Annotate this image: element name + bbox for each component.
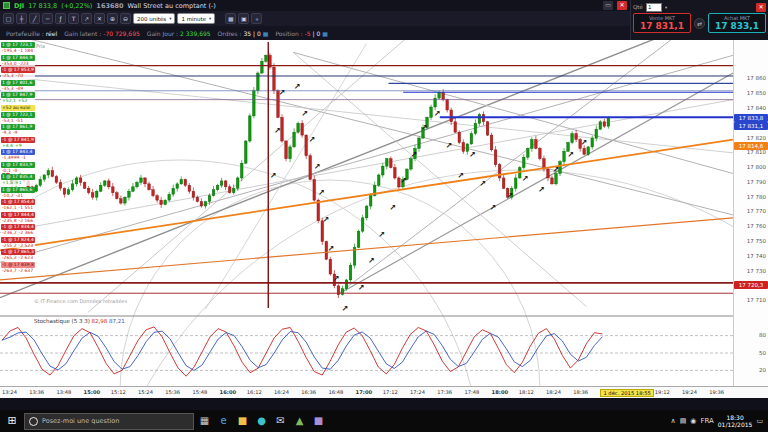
quantity-input[interactable] [646, 3, 662, 12]
svg-text:↗: ↗ [479, 179, 486, 188]
time-axis-label: 18:24 [546, 389, 561, 395]
svg-text:↗: ↗ [446, 141, 453, 150]
time-axis-label: 18:00 [492, 389, 509, 395]
order-row[interactable]: -1 @ 17 853,9-25,3-70 [1, 67, 35, 79]
timeframe-dropdown[interactable]: 1 minute ▾ [177, 13, 215, 24]
volume-icon[interactable]: ◉ [690, 417, 696, 425]
search-placeholder: Posez-moi une question [42, 417, 119, 425]
zoom-in-icon[interactable]: ⊕ [107, 13, 118, 24]
buy-market-button[interactable]: Achat MKT 17 833,1 [708, 13, 766, 33]
minimize-icon[interactable]: ▭ [603, 1, 613, 10]
order-row[interactable]: 1 @ 17 844,9-353,0-223 [1, 55, 35, 67]
price-chart[interactable]: ↗↗↗↗↗↗↗↗↗↗↗↗↗↗↗↗↗↗↗↗↗↗↗↗↗↗↗↗↗↗↗ [0, 40, 733, 386]
svg-text:↗: ↗ [274, 126, 281, 135]
position-list-icon[interactable]: ▦ [322, 30, 328, 37]
eraser-icon[interactable]: ✕ [94, 13, 105, 24]
order-row[interactable]: 1 @ 17 723,1-195,4-1 184 [1, 42, 35, 54]
order-row[interactable]: 1 @ 17 835,4+1,5+1 [1, 174, 35, 186]
swap-icon[interactable]: ⇄ [694, 18, 705, 29]
day-pnl-value: 2 339,695 [180, 30, 211, 37]
time-axis-label: 18:12 [519, 389, 534, 395]
photos-icon[interactable]: ▲ [291, 412, 308, 430]
start-button[interactable]: ⊞ [2, 411, 22, 431]
app-icon[interactable]: ■ [310, 412, 327, 430]
camera-icon[interactable]: ▣ [238, 13, 249, 24]
orders-column: 1 @ 17 723,1-195,4-1 1841 @ 17 844,9-353… [1, 42, 35, 274]
language-indicator[interactable]: FRA [700, 417, 713, 425]
time-axis-label: 17:12 [383, 389, 398, 395]
order-row[interactable]: -1 @ 17 865,3-265,2-2 623 [1, 249, 35, 261]
mail-icon[interactable]: ✉ [272, 412, 289, 430]
order-row[interactable]: -1 @ 17 854,4-162,1-1 551 [1, 199, 35, 211]
edge-icon[interactable]: e [215, 412, 232, 430]
clock-date: 01/12/2015 [718, 421, 753, 428]
text-tool-icon[interactable]: T [68, 13, 79, 24]
svg-text:↗: ↗ [358, 283, 365, 292]
order-row[interactable]: 1 @ 17 833,9-0,1-0 [1, 162, 35, 174]
battery-icon[interactable]: ▤ [680, 417, 687, 425]
order-row[interactable]: 1 @ 17 722,1-53,1-51 [1, 112, 35, 124]
cortana-search[interactable]: Posez-moi une question [24, 413, 194, 430]
order-row[interactable]: -1 @ 17 839,8-263,7-2 637 [1, 262, 35, 274]
order-row[interactable]: 1 @ 17 865,6-10,2-31 [1, 187, 35, 199]
svg-text:↗: ↗ [333, 274, 340, 283]
svg-text:↗: ↗ [342, 304, 349, 313]
sell-price: 17 831,1 [634, 21, 690, 31]
price-badge: 17 720,3 [734, 281, 768, 289]
clock-time: 18:30 [718, 414, 753, 421]
new-chart-icon[interactable]: ＋ [251, 13, 262, 24]
layout-icon[interactable]: ▦ [225, 13, 236, 24]
stochastic-d-value: 87,21 [109, 318, 125, 324]
zoom-out-icon[interactable]: ⊖ [120, 13, 131, 24]
tray-expand-icon[interactable]: ∧ [671, 417, 676, 425]
close-icon[interactable]: ✕ [617, 1, 627, 10]
time-axis-label: 13:48 [56, 389, 71, 395]
horizontal-line-icon[interactable]: ─ [42, 13, 53, 24]
notification-icon[interactable]: ▭ [756, 417, 763, 425]
osc-axis-label: 50 [759, 350, 766, 357]
stochastic-name: Stochastique (5 3 3) [34, 318, 90, 324]
time-axis-label: 17:48 [464, 389, 479, 395]
order-row[interactable]: -1 @ 17 841,9+4,4+9 [1, 137, 35, 149]
units-dropdown[interactable]: 200 unités ▾ [133, 13, 175, 24]
time-axis-label: 19:24 [682, 389, 697, 395]
trendline-icon[interactable]: ╱ [29, 13, 40, 24]
crosshair-icon[interactable]: ┼ [16, 13, 27, 24]
order-row[interactable]: 1 @ 17 861,9-9,3-9 [1, 124, 35, 136]
close-ticket-icon[interactable]: ✕ [756, 3, 766, 12]
order-row[interactable]: -1 @ 17 824,4-255,2-2 523 [1, 237, 35, 249]
order-row[interactable]: +52 au suivi [1, 105, 35, 111]
svg-text:↗: ↗ [490, 203, 497, 212]
order-row[interactable]: 1 @ 17 801,6-35,3-49 [1, 80, 35, 92]
order-row[interactable]: -1 @ 17 844,4-235,8-2 166 [1, 212, 35, 224]
svg-text:↗: ↗ [328, 244, 335, 253]
day-pnl-label: Gain Jour : [147, 30, 178, 37]
svg-text:↗: ↗ [410, 150, 417, 159]
time-axis[interactable]: 13:2413:3613:4815:0015:1215:2415:3615:48… [0, 386, 768, 398]
desktop: DJI 17 833,8 (+0,22%) 163680 Wall Street… [0, 0, 768, 432]
order-row[interactable]: -1 @ 17 834,4-236,2-2 366 [1, 224, 35, 236]
time-axis-label: 15:12 [111, 389, 126, 395]
store-icon[interactable]: ● [253, 412, 270, 430]
arrow-tool-icon[interactable]: ↗ [81, 13, 92, 24]
order-row[interactable]: 1 @ 17 843,4-1,4999-1 [1, 149, 35, 161]
order-row[interactable]: 1 @ 17 847,9+52,1+52 [1, 92, 35, 104]
position-value: -5 [305, 30, 311, 37]
task-view-icon[interactable]: ▦ [196, 412, 213, 430]
pointer-icon[interactable]: ▢ [3, 13, 14, 24]
svg-text:↗: ↗ [538, 185, 545, 194]
svg-text:↗: ↗ [434, 109, 441, 118]
chevron-down-icon: ▾ [169, 16, 171, 21]
cortana-icon [29, 417, 38, 426]
price-axis-label: 17 800 [747, 164, 766, 171]
orders-list-icon[interactable]: ▦ [263, 30, 269, 37]
chevron-down-icon[interactable]: ▾ [665, 5, 667, 10]
sell-market-button[interactable]: Vente MKT 17 831,1 [633, 13, 691, 33]
time-axis-label: 13:36 [29, 389, 44, 395]
price-axis[interactable]: 17 86017 85017 84017 83017 82017 81017 8… [733, 40, 768, 386]
clock[interactable]: 18:30 01/12/2015 [718, 414, 753, 428]
time-axis-label: 17:24 [410, 389, 425, 395]
fibonacci-icon[interactable]: ƒ [55, 13, 66, 24]
file-explorer-icon[interactable]: ■ [234, 412, 251, 430]
time-axis-label: 15:36 [165, 389, 180, 395]
